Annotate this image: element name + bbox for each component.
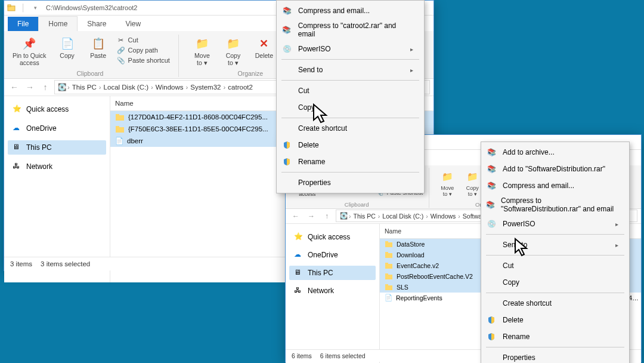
copyto-button[interactable]: 📁Copy to ▾: [221, 35, 246, 67]
poweriso-icon: 💿: [486, 219, 497, 229]
file-icon: 📄: [385, 294, 392, 302]
ctx-rename[interactable]: Rename: [277, 153, 424, 170]
star-icon: ⭐: [13, 104, 22, 114]
sidebar-item-quickaccess[interactable]: ⭐Quick access: [289, 230, 376, 244]
nav-back-icon[interactable]: ←: [289, 210, 302, 223]
svg-rect-16: [385, 285, 392, 290]
tab-share[interactable]: Share: [78, 17, 116, 31]
folder-icon: [115, 112, 125, 122]
winrar-icon: 📚: [281, 5, 292, 16]
chevron-right-icon: ▸: [615, 242, 618, 248]
winrar-icon: 📚: [486, 180, 497, 191]
ctx-cut[interactable]: Cut: [481, 257, 629, 274]
ctx-createshortcut[interactable]: Create shortcut: [481, 295, 629, 312]
paste-button[interactable]: 📋Paste: [86, 35, 111, 61]
ctx-copy[interactable]: Copy: [277, 99, 424, 116]
nav-fwd-icon[interactable]: →: [23, 81, 36, 94]
monitor-icon: 🖥: [294, 268, 304, 278]
ctx-cut[interactable]: Cut: [277, 82, 424, 99]
organize-label: Organize: [237, 70, 263, 77]
shield-icon: [486, 331, 497, 342]
ctx-properties[interactable]: Properties: [277, 174, 424, 191]
drive-icon: 💽: [339, 211, 348, 221]
ctx-sendto[interactable]: Send to▸: [481, 236, 629, 253]
delete-button[interactable]: ✕Delete: [252, 35, 277, 61]
pin-button[interactable]: 📌Pin to Quick access: [10, 35, 49, 67]
ctx-poweriso[interactable]: 💿PowerISO▸: [277, 41, 424, 57]
ctx-rename[interactable]: Rename: [481, 328, 629, 345]
delete-x-icon: ✕: [256, 36, 272, 51]
nav-back-icon[interactable]: ←: [8, 81, 21, 94]
moveto-button[interactable]: 📁Move to ▾: [436, 168, 458, 199]
pasteshortcut-icon: 📎: [117, 56, 125, 64]
nav-fwd-icon[interactable]: →: [305, 210, 318, 223]
copyto-icon: 📁: [465, 169, 480, 184]
copypath-button[interactable]: 🔗Copy path: [117, 46, 170, 54]
network-icon: 🖧: [13, 162, 22, 171]
folder-icon: [385, 240, 393, 248]
cloud-icon: ☁: [294, 250, 304, 260]
ctx-poweriso[interactable]: 💿PowerISO▸: [481, 216, 629, 232]
copy-button[interactable]: 📄Copy: [55, 35, 80, 61]
copypath-icon: 🔗: [117, 46, 125, 54]
ctx-delete[interactable]: Delete: [277, 137, 424, 153]
moveto-button[interactable]: 📁Move to ▾: [190, 35, 215, 67]
sidebar-item-network[interactable]: 🖧Network: [8, 159, 106, 174]
ctx-compress[interactable]: 📚Compress and email...: [277, 2, 424, 19]
qa-sep-icon: │: [18, 3, 28, 13]
copyto-icon: 📁: [225, 36, 241, 51]
cloud-icon: ☁: [13, 124, 22, 133]
drive-icon: 💽: [57, 82, 67, 92]
svg-rect-1: [8, 5, 11, 7]
copyto-button[interactable]: 📁Copy to ▾: [462, 168, 483, 199]
sidebar-item-onedrive[interactable]: ☁OneDrive: [8, 121, 106, 136]
cut-button[interactable]: ✂Cut: [117, 36, 170, 44]
ctx-delete[interactable]: Delete: [481, 312, 629, 328]
folder-icon: [7, 3, 16, 13]
ctx-sendto[interactable]: Send to▸: [277, 61, 424, 78]
ctx-add-archive[interactable]: 📚Add to archive...: [481, 144, 629, 161]
paste-icon: 📋: [91, 36, 106, 51]
svg-rect-13: [385, 263, 388, 264]
tab-view[interactable]: View: [116, 17, 150, 31]
ctx-properties[interactable]: Properties: [481, 349, 629, 363]
svg-rect-4: [116, 127, 124, 133]
sidebar-item-thispc[interactable]: 🖥This PC: [8, 140, 106, 155]
folder-icon: [385, 272, 393, 281]
sidebar-item-onedrive[interactable]: ☁OneDrive: [289, 248, 376, 262]
context-menu-2: 📚Add to archive... 📚Add to "SoftwareDist…: [481, 141, 630, 363]
star-icon: ⭐: [294, 232, 304, 242]
copy-icon: 📄: [60, 36, 75, 51]
svg-rect-12: [385, 264, 392, 269]
shield-icon: [486, 315, 497, 325]
nav-up-icon[interactable]: ↑: [39, 81, 52, 94]
ctx-compress-rar[interactable]: 📚Compress to "SoftwareDistribution.rar" …: [481, 194, 629, 216]
nav-pane: ⭐Quick access ☁OneDrive 🖥This PC 🖧Networ…: [286, 224, 380, 363]
file-icon: 📄: [115, 137, 123, 145]
chevron-right-icon: ▸: [410, 67, 413, 73]
pasteshortcut-button[interactable]: 📎Paste shortcut: [117, 56, 170, 64]
folder-icon: [385, 262, 393, 270]
winrar-icon: 📚: [486, 199, 495, 210]
folder-icon: [385, 283, 393, 291]
ctx-createshortcut[interactable]: Create shortcut: [277, 120, 424, 137]
svg-rect-11: [385, 252, 388, 254]
qa-dropdown-icon[interactable]: ▾: [30, 3, 40, 13]
svg-rect-10: [385, 253, 392, 258]
ctx-copy[interactable]: Copy: [481, 274, 629, 291]
tab-file[interactable]: File: [8, 17, 38, 31]
svg-rect-8: [385, 242, 392, 247]
ctx-add-rar[interactable]: 📚Add to "SoftwareDistribution.rar": [481, 161, 629, 177]
svg-rect-14: [385, 275, 392, 279]
clipboard-label: Clipboard: [76, 70, 103, 77]
folder-icon: [115, 124, 125, 134]
sidebar-item-network[interactable]: 🖧Network: [289, 284, 376, 298]
tab-home[interactable]: Home: [38, 16, 78, 31]
ctx-compress-rar[interactable]: 📚Compress to "catroot2.rar" and email: [277, 19, 424, 41]
sidebar-item-thispc[interactable]: 🖥This PC: [289, 266, 376, 280]
clipboard-label: Clipboard: [345, 201, 369, 208]
chevron-right-icon: ▸: [410, 46, 413, 53]
sidebar-item-quickaccess[interactable]: ⭐Quick access: [8, 102, 106, 116]
ctx-compress[interactable]: 📚Compress and email...: [481, 177, 629, 194]
nav-up-icon[interactable]: ↑: [320, 210, 333, 223]
